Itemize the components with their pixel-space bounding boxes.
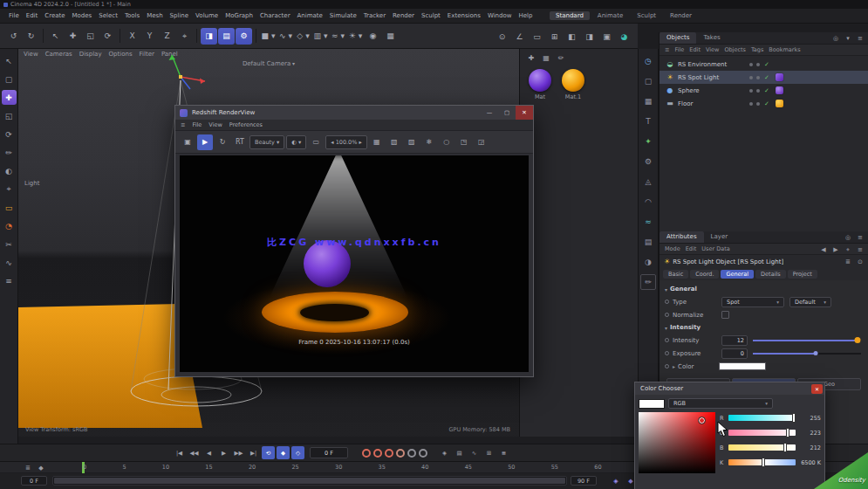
scale-icon[interactable]: ◱ xyxy=(82,28,99,45)
intensity-section-header[interactable]: ▾ Intensity xyxy=(665,321,863,334)
light-color-swatch[interactable] xyxy=(719,362,766,370)
hamburger-icon[interactable]: ≡ xyxy=(181,121,185,128)
object-row[interactable]: ☀ RS Spot Light ✓ xyxy=(660,71,868,84)
color-chooser-titlebar[interactable]: Color Chooser ✕ xyxy=(635,382,824,395)
motion-system-icon[interactable]: ≣ xyxy=(497,446,510,459)
add-light-icon[interactable]: ☀ ▾ xyxy=(347,28,364,45)
wave-panel-icon[interactable]: ≈ xyxy=(640,214,656,230)
enabled-check-icon[interactable]: ✓ xyxy=(764,100,769,107)
timeline-options-icon[interactable]: ≣ xyxy=(23,463,33,473)
menu-icon[interactable]: ≡ xyxy=(855,244,865,255)
channel-slider-handle[interactable] xyxy=(784,444,786,451)
range-slider[interactable] xyxy=(52,476,567,486)
marker-icon[interactable]: ◈ xyxy=(611,476,621,486)
key-scale-toggle[interactable] xyxy=(385,449,393,458)
layout-tab[interactable]: Standard xyxy=(550,11,590,20)
knife-tool-icon[interactable]: ✂ xyxy=(2,237,17,251)
intensity-value-field[interactable]: 12 xyxy=(721,335,748,346)
renderview-menu-item[interactable]: Preferences xyxy=(229,121,263,128)
color-picker-ring[interactable] xyxy=(699,417,705,424)
snap-icon[interactable]: ⊙ xyxy=(494,28,510,45)
visibility-dot-editor[interactable] xyxy=(749,89,753,93)
key-parameter-toggle[interactable] xyxy=(407,449,416,458)
attribute-tab-chip[interactable]: Details xyxy=(755,270,786,279)
object-row[interactable]: ● Sphere ✓ xyxy=(660,84,868,97)
exposure-slider-handle[interactable] xyxy=(813,351,817,355)
channel-slider-handle[interactable] xyxy=(762,458,764,466)
layers-panel-icon[interactable]: ▤ xyxy=(640,234,656,250)
transport-button[interactable]: ◀ xyxy=(202,446,215,459)
nature-panel-icon[interactable]: ✦ xyxy=(640,134,656,149)
keyframe-icon[interactable]: ◆ xyxy=(36,463,46,473)
keyframe-dot[interactable] xyxy=(665,364,669,368)
renderview-menu-item[interactable]: File xyxy=(192,121,202,128)
menubar-item[interactable]: Tools xyxy=(121,9,143,24)
range-fill[interactable] xyxy=(54,478,565,484)
render-settings-icon[interactable]: ⚙ xyxy=(236,28,252,45)
transport-button[interactable]: ▶ xyxy=(217,446,230,459)
restart-render-button[interactable]: ↻ xyxy=(215,134,230,150)
normalize-checkbox[interactable] xyxy=(721,311,729,319)
menubar-item[interactable]: Edit xyxy=(23,9,42,24)
menubar-item[interactable]: Volume xyxy=(192,9,222,24)
record-button[interactable] xyxy=(362,449,371,458)
channel-slider[interactable] xyxy=(728,430,796,436)
axis-gizmo[interactable] xyxy=(169,55,206,89)
keyframe-mode-toggle[interactable]: ◆ xyxy=(277,446,290,459)
object-menu-item[interactable]: Edit xyxy=(689,46,701,53)
panel-tab[interactable]: Layer xyxy=(704,231,735,243)
layout-split-right-icon[interactable]: ◨ xyxy=(581,28,598,45)
expand-caret-icon[interactable]: ▸ xyxy=(673,363,675,369)
keyframe-dot[interactable] xyxy=(665,300,669,304)
menubar-item[interactable]: Tracker xyxy=(360,9,389,24)
menubar-item[interactable]: Spline xyxy=(167,9,193,24)
edit-material-icon[interactable]: ✏ xyxy=(555,52,567,64)
key-rotation-toggle[interactable] xyxy=(396,449,405,458)
mode-dropdown[interactable]: Default xyxy=(789,297,831,307)
current-frame-field[interactable]: 0 F xyxy=(310,447,348,458)
visibility-dot-editor[interactable] xyxy=(749,76,753,79)
redo-icon[interactable]: ↻ xyxy=(23,28,39,45)
material-tag-chip[interactable] xyxy=(776,100,783,107)
channel-slider[interactable] xyxy=(728,444,796,451)
menubar-item[interactable]: Window xyxy=(484,9,516,24)
enabled-check-icon[interactable]: ✓ xyxy=(764,74,769,81)
key-position-toggle[interactable] xyxy=(373,449,382,458)
exposure-slider[interactable] xyxy=(753,348,861,359)
channel-value[interactable]: 212 xyxy=(798,444,821,451)
channel-value[interactable]: 255 xyxy=(798,415,821,422)
visibility-dot-render[interactable] xyxy=(756,89,760,93)
undo-icon[interactable]: ↺ xyxy=(5,28,22,45)
timeline-panel-icon[interactable]: ▤ xyxy=(453,446,466,459)
transport-button[interactable]: ◀◀ xyxy=(188,446,201,459)
attribute-menu-item[interactable]: Edit xyxy=(686,245,697,252)
layout-tab[interactable]: Sculpt xyxy=(631,11,662,20)
visibility-dot-render[interactable] xyxy=(756,63,760,66)
add-generator-icon[interactable]: ◇ ▾ xyxy=(295,28,311,45)
zoom-control[interactable]: ◂ 100.0% ▸ xyxy=(325,135,366,149)
save-image-button[interactable]: ▣ xyxy=(180,134,195,150)
aov-dropdown[interactable]: Beauty ▾ xyxy=(249,135,284,149)
transport-button[interactable]: ▶▶ xyxy=(232,446,245,459)
close-button[interactable]: ✕ xyxy=(516,106,533,120)
move-icon[interactable]: ✚ xyxy=(65,28,81,45)
key-pla-toggle[interactable] xyxy=(419,449,427,458)
maximize-button[interactable]: ▢ xyxy=(498,106,516,120)
hamburger-icon[interactable]: ≡ xyxy=(665,46,669,53)
color-mode-dropdown[interactable]: RGB xyxy=(668,398,773,409)
freeze-button[interactable]: ❄ xyxy=(421,134,437,150)
render-view-icon[interactable]: ◨ xyxy=(201,28,217,45)
object-menu-item[interactable]: Objects xyxy=(724,46,746,53)
scale-tool-icon[interactable]: ◱ xyxy=(2,108,17,123)
asset-browser-icon[interactable]: ◕ xyxy=(616,28,632,45)
layout-split-left-icon[interactable]: ◧ xyxy=(564,28,580,45)
shading-panel-icon[interactable]: ◑ xyxy=(640,254,656,270)
select-tool-icon[interactable]: ↖ xyxy=(2,53,17,68)
visibility-dot-render[interactable] xyxy=(756,102,760,106)
move-tool-icon[interactable]: ✚ xyxy=(2,90,17,105)
fit-to-window-button[interactable]: ◳ xyxy=(456,134,472,150)
actual-size-button[interactable]: ◲ xyxy=(474,134,489,150)
quantize-icon[interactable]: ∠ xyxy=(511,28,528,45)
menubar-item[interactable]: Help xyxy=(515,9,536,24)
fcurve-icon[interactable]: ∿ xyxy=(468,446,481,459)
